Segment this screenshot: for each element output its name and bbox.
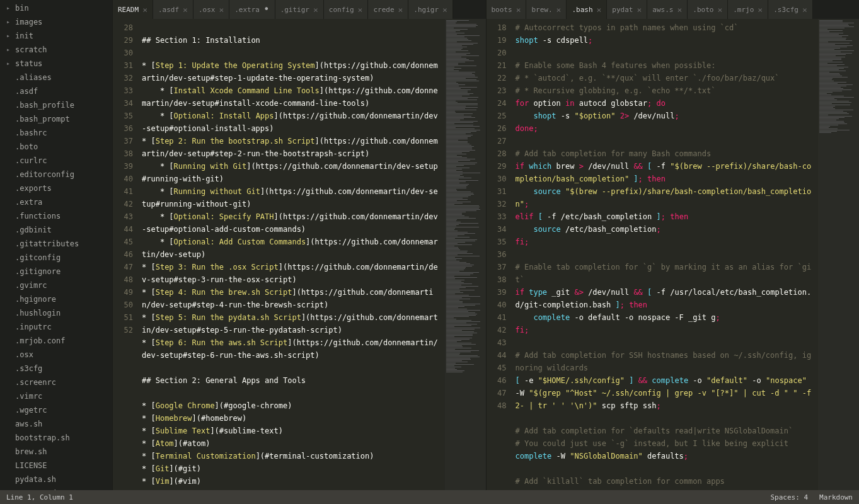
file-item[interactable]: .extra bbox=[0, 195, 112, 209]
tab[interactable]: pydat× bbox=[607, 0, 647, 19]
file-item[interactable]: LICENSE bbox=[0, 459, 112, 472]
code-line[interactable]: complete -o "nospace" -W "Contacts Calen… bbox=[516, 488, 815, 490]
tab[interactable]: .osx× bbox=[193, 0, 229, 19]
left-minimap[interactable] bbox=[445, 19, 486, 490]
code-line[interactable]: * [Running with Git](https://github.com/… bbox=[142, 160, 441, 185]
close-icon[interactable]: × bbox=[637, 5, 642, 14]
code-line[interactable] bbox=[142, 387, 441, 399]
tab[interactable]: .gitigr× bbox=[275, 0, 324, 19]
folder-item[interactable]: bin bbox=[0, 1, 112, 15]
code-line[interactable]: complete -W "NSGlobalDomain" defaults; bbox=[516, 450, 815, 462]
tab[interactable]: .boto× bbox=[688, 0, 728, 19]
close-icon[interactable]: × bbox=[802, 5, 807, 14]
code-line[interactable]: # Add tab completion for many Bash comma… bbox=[516, 147, 815, 160]
close-icon[interactable]: × bbox=[398, 5, 403, 14]
code-line[interactable]: * [Step 1: Update the Operating System](… bbox=[142, 59, 441, 84]
file-item[interactable]: .s3cfg bbox=[0, 362, 112, 375]
left-code-area[interactable]: ## Section 1: Installation * [Step 1: Up… bbox=[138, 19, 445, 490]
code-line[interactable] bbox=[516, 135, 815, 147]
code-line[interactable]: done; bbox=[516, 122, 815, 135]
code-line[interactable]: # Autocorrect typos in path names when u… bbox=[516, 21, 815, 34]
tab[interactable]: brew.× bbox=[526, 0, 567, 19]
tab[interactable]: boots× bbox=[487, 0, 527, 19]
file-item[interactable]: .screenrc bbox=[0, 375, 112, 389]
code-line[interactable] bbox=[516, 47, 815, 59]
tab[interactable]: .mrjo× bbox=[728, 0, 768, 19]
close-icon[interactable]: × bbox=[183, 5, 188, 14]
close-icon[interactable]: × bbox=[717, 5, 722, 14]
close-icon[interactable]: × bbox=[758, 5, 763, 14]
code-line[interactable]: ## Section 1: Installation bbox=[142, 34, 441, 47]
code-line[interactable]: * [Terminal Customization](#terminal-cus… bbox=[142, 450, 441, 462]
right-minimap[interactable] bbox=[818, 19, 859, 490]
close-icon[interactable]: × bbox=[556, 5, 562, 14]
code-line[interactable] bbox=[516, 336, 815, 349]
code-line[interactable]: * [Install Xcode Command Line Tools](htt… bbox=[142, 84, 441, 110]
code-line[interactable]: source /etc/bash_completion; bbox=[516, 223, 815, 236]
code-line[interactable]: * [Running without Git](https://github.c… bbox=[142, 185, 441, 210]
file-item[interactable]: .gitattributes bbox=[0, 237, 112, 251]
close-icon[interactable]: × bbox=[142, 5, 147, 14]
code-line[interactable]: # Enable tab completion for `g` by marki… bbox=[516, 261, 815, 286]
code-line[interactable]: fi; bbox=[516, 324, 815, 336]
code-line[interactable]: * [Atom](#atom) bbox=[142, 437, 441, 450]
tab[interactable]: .bash× bbox=[567, 0, 607, 19]
file-item[interactable]: .bashrc bbox=[0, 126, 112, 140]
code-line[interactable]: * [Step 6: Run the aws.sh Script](https:… bbox=[142, 336, 441, 362]
code-line[interactable]: * [Optional: Specify PATH](https://githu… bbox=[142, 210, 441, 236]
close-icon[interactable]: × bbox=[358, 5, 363, 14]
tab[interactable]: .extra• bbox=[229, 0, 275, 19]
close-icon[interactable]: × bbox=[442, 5, 447, 14]
code-line[interactable]: # Add tab completion for `defaults read|… bbox=[516, 425, 815, 437]
tab[interactable]: .asdf× bbox=[153, 0, 193, 19]
file-item[interactable]: .wgetrc bbox=[0, 403, 112, 417]
code-line[interactable]: elif [ -f /etc/bash_completion ]; then bbox=[516, 210, 815, 223]
code-line[interactable]: for option in autocd globstar; do bbox=[516, 97, 815, 110]
code-line[interactable]: # * `autocd`, e.g. `**/qux` will enter `… bbox=[516, 72, 815, 84]
folder-item[interactable]: status bbox=[0, 57, 112, 71]
close-icon[interactable]: × bbox=[516, 5, 521, 14]
code-line[interactable]: * [Sublime Text](#sublime-text) bbox=[142, 425, 441, 437]
code-line[interactable] bbox=[142, 21, 441, 34]
status-spaces[interactable]: Spaces: 4 bbox=[770, 493, 808, 501]
file-item[interactable]: .vimrc bbox=[0, 389, 112, 403]
tab[interactable]: config× bbox=[324, 0, 369, 19]
code-line[interactable]: * [Step 5: Run the pydata.sh Script](htt… bbox=[142, 311, 441, 336]
file-item[interactable]: .gvimrc bbox=[0, 278, 112, 292]
file-item[interactable]: .inputrc bbox=[0, 320, 112, 334]
file-item[interactable]: .editorconfig bbox=[0, 168, 112, 181]
code-line[interactable]: shopt -s "$option" 2> /dev/null; bbox=[516, 110, 815, 122]
tab[interactable]: crede× bbox=[368, 0, 408, 19]
close-icon[interactable]: × bbox=[313, 5, 318, 14]
file-item[interactable]: bootstrap.sh bbox=[0, 431, 112, 445]
code-line[interactable]: if which brew > /dev/null && [ -f "$(bre… bbox=[516, 160, 815, 185]
code-line[interactable]: source "$(brew --prefix)/share/bash-comp… bbox=[516, 185, 815, 210]
code-line[interactable]: * [Google Chrome](#google-chrome) bbox=[142, 399, 441, 412]
code-line[interactable]: if type _git &> /dev/null && [ -f /usr/l… bbox=[516, 286, 815, 311]
code-line[interactable]: # Add tab completion for SSH hostnames b… bbox=[516, 349, 815, 374]
tab[interactable]: READM× bbox=[113, 0, 153, 19]
file-item[interactable]: .curlrc bbox=[0, 154, 112, 168]
code-line[interactable]: * [Step 3: Run the .osx Script](https://… bbox=[142, 261, 441, 286]
status-syntax[interactable]: Markdown bbox=[819, 493, 853, 501]
code-line[interactable]: # Add `killall` tab completion for commo… bbox=[516, 475, 815, 488]
code-line[interactable]: * [Step 4: Run the brew.sh Script](https… bbox=[142, 286, 441, 311]
file-item[interactable]: .boto bbox=[0, 140, 112, 154]
code-line[interactable]: * [Optional: Install Apps](https://githu… bbox=[142, 110, 441, 135]
close-icon[interactable]: × bbox=[677, 5, 682, 14]
file-item[interactable]: .asdf bbox=[0, 84, 112, 98]
code-line[interactable]: # * Recursive globbing, e.g. `echo **/*.… bbox=[516, 84, 815, 97]
file-item[interactable]: .gitignore bbox=[0, 265, 112, 278]
code-line[interactable]: complete -o default -o nospace -F _git g… bbox=[516, 311, 815, 324]
folder-item[interactable]: scratch bbox=[0, 43, 112, 57]
file-item[interactable]: .gitconfig bbox=[0, 251, 112, 265]
file-item[interactable]: brew.sh bbox=[0, 445, 112, 459]
file-item[interactable]: .hushlogin bbox=[0, 306, 112, 320]
code-line[interactable] bbox=[516, 248, 815, 261]
file-item[interactable]: .mrjob.conf bbox=[0, 334, 112, 348]
code-line[interactable] bbox=[516, 412, 815, 425]
code-line[interactable]: shopt -s cdspell; bbox=[516, 34, 815, 47]
code-line[interactable]: * [Vim](#vim) bbox=[142, 475, 441, 488]
code-line[interactable]: fi; bbox=[516, 236, 815, 248]
folder-item[interactable]: images bbox=[0, 15, 112, 29]
